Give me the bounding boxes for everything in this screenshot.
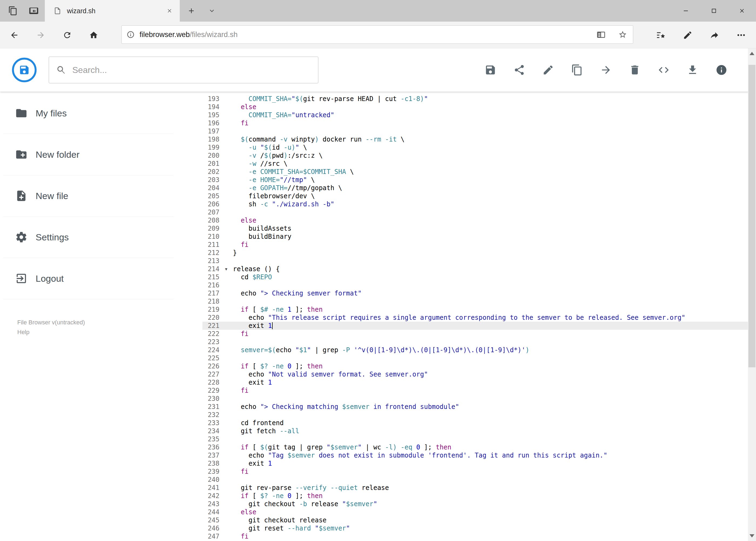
code-line-237[interactable]: 237 echo "Tag $semver does not exist in …	[202, 451, 748, 459]
code-line-198[interactable]: 198 $(command -v winpty) docker run --rm…	[202, 135, 748, 144]
share-file-button[interactable]	[513, 64, 525, 76]
address-bar[interactable]: filebrowser.web/files/wizard.sh	[122, 25, 633, 44]
set-tabs-aside-button[interactable]	[5, 0, 21, 22]
code-line-210[interactable]: 210 buildBinary	[202, 233, 748, 241]
sidebar-item-new-folder[interactable]: New folder	[3, 134, 173, 175]
code-line-229[interactable]: 229 fi	[202, 386, 748, 395]
code-line-242[interactable]: 242 if [ $? -ne 0 ]; then	[202, 492, 748, 500]
code-line-194[interactable]: 194 else	[202, 103, 748, 111]
scroll-down-arrow[interactable]	[750, 534, 754, 537]
new-tab-button[interactable]	[182, 0, 200, 22]
home-button[interactable]	[89, 31, 98, 40]
close-tab-icon[interactable]	[166, 8, 173, 14]
scroll-up-arrow[interactable]	[750, 52, 754, 55]
code-line-226[interactable]: 226 if [ $? -ne 0 ]; then	[202, 362, 748, 370]
search-input[interactable]	[72, 65, 318, 75]
sidebar-item-settings[interactable]: Settings	[3, 217, 173, 258]
help-link[interactable]: Help	[17, 328, 85, 336]
delete-button[interactable]	[629, 64, 641, 76]
code-line-213[interactable]: 213	[202, 257, 748, 265]
code-line-236[interactable]: 236 if [ $(git tag | grep "$semver" | wc…	[202, 443, 748, 451]
save-button[interactable]	[484, 64, 496, 76]
sidebar-item-new-file[interactable]: New file	[3, 175, 173, 217]
code-line-235[interactable]: 235	[202, 435, 748, 443]
sidebar-item-my-files[interactable]: My files	[3, 93, 173, 134]
code-line-219[interactable]: 219 if [ $# -ne 1 ]; then	[202, 305, 748, 313]
code-line-199[interactable]: 199 -u "$(id -u)" \	[202, 144, 748, 152]
fold-spacer	[219, 427, 233, 435]
code-line-212[interactable]: 212}	[202, 249, 748, 257]
code-line-204[interactable]: 204 -e GOPATH=//tmp/gopath \	[202, 184, 748, 192]
code-line-206[interactable]: 206 sh -c "./wizard.sh -b"	[202, 200, 748, 208]
code-line-238[interactable]: 238 exit 1	[202, 459, 748, 467]
code-line-207[interactable]: 207	[202, 208, 748, 216]
scrollbar-thumb[interactable]	[748, 65, 755, 367]
code-line-220[interactable]: 220 echo "This release script requires a…	[202, 313, 748, 322]
page-info-icon[interactable]	[126, 31, 135, 39]
code-line-211[interactable]: 211 fi	[202, 241, 748, 249]
forward-button[interactable]	[36, 31, 45, 40]
copy-button[interactable]	[571, 64, 583, 76]
back-button[interactable]	[10, 31, 19, 40]
url-text: filebrowser.web/files/wizard.sh	[139, 31, 237, 39]
code-line-215[interactable]: 215 cd $REPO	[202, 273, 748, 281]
code-line-230[interactable]: 230	[202, 395, 748, 403]
code-line-245[interactable]: 245 git checkout release	[202, 516, 748, 524]
maximize-button[interactable]	[700, 0, 728, 22]
code-line-241[interactable]: 241 git rev-parse --verify --quiet relea…	[202, 484, 748, 492]
rename-button[interactable]	[542, 64, 554, 76]
code-line-240[interactable]: 240	[202, 476, 748, 484]
code-line-218[interactable]: 218	[202, 297, 748, 305]
code-line-247[interactable]: 247 fi	[202, 532, 748, 540]
code-line-239[interactable]: 239 fi	[202, 467, 748, 476]
code-line-225[interactable]: 225	[202, 354, 748, 362]
code-line-216[interactable]: 216	[202, 281, 748, 289]
close-window-button[interactable]	[728, 0, 756, 22]
code-line-217[interactable]: 217 echo "> Checking semver format"	[202, 289, 748, 297]
fold-widget-icon[interactable]: ▾	[219, 265, 233, 273]
move-button[interactable]	[600, 64, 612, 76]
code-line-224[interactable]: 224 semver=$(echo "$1" | grep -P '^v(0|[…	[202, 346, 748, 354]
reading-view-icon[interactable]	[597, 30, 606, 39]
scrollbar[interactable]	[748, 48, 756, 541]
annotate-pen-icon[interactable]	[683, 30, 692, 40]
code-line-244[interactable]: 244 else	[202, 508, 748, 516]
code-editor[interactable]: 193 COMMIT_SHA="$(git rev-parse HEAD | c…	[202, 92, 748, 541]
code-line-201[interactable]: 201 -w //src \	[202, 160, 748, 168]
code-line-222[interactable]: 222 fi	[202, 330, 748, 338]
code-line-193[interactable]: 193 COMMIT_SHA="$(git rev-parse HEAD | c…	[202, 95, 748, 103]
download-button[interactable]	[687, 64, 698, 76]
sidebar-item-logout[interactable]: Logout	[3, 258, 173, 299]
code-line-233[interactable]: 233 cd frontend	[202, 419, 748, 427]
code-view-button[interactable]	[658, 64, 670, 76]
code-line-243[interactable]: 243 git checkout -b release "$semver"	[202, 500, 748, 508]
code-line-209[interactable]: 209 buildAssets	[202, 225, 748, 233]
code-line-200[interactable]: 200 -v /$(pwd):/src:z \	[202, 152, 748, 160]
more-options-icon[interactable]	[736, 30, 746, 40]
code-line-246[interactable]: 246 git reset --hard "$semver"	[202, 524, 748, 532]
tabs-preview-button[interactable]	[26, 0, 42, 22]
code-line-203[interactable]: 203 -e HOME="//tmp" \	[202, 176, 748, 184]
code-line-195[interactable]: 195 COMMIT_SHA="untracked"	[202, 111, 748, 119]
share-icon[interactable]	[710, 30, 719, 40]
code-line-205[interactable]: 205 filebrowser/dev \	[202, 192, 748, 200]
code-line-223[interactable]: 223	[202, 338, 748, 346]
code-line-227[interactable]: 227 echo "Not valid semver format. See s…	[202, 370, 748, 378]
browser-tab-wizard-sh[interactable]: wizard.sh	[45, 0, 180, 22]
code-line-214[interactable]: 214▾release () {	[202, 265, 748, 273]
code-line-221[interactable]: 221 exit 1	[202, 322, 748, 330]
favorites-hub-icon[interactable]	[656, 30, 666, 40]
code-line-234[interactable]: 234 git fetch --all	[202, 427, 748, 435]
code-line-202[interactable]: 202 -e COMMIT_SHA=$COMMIT_SHA \	[202, 168, 748, 176]
code-line-232[interactable]: 232	[202, 411, 748, 419]
favorite-star-icon[interactable]	[619, 30, 627, 39]
code-line-231[interactable]: 231 echo "> Checking matching $semver in…	[202, 403, 748, 411]
tab-preview-toggle[interactable]	[203, 0, 221, 22]
code-line-197[interactable]: 197	[202, 127, 748, 135]
code-line-196[interactable]: 196 fi	[202, 119, 748, 127]
info-button[interactable]	[715, 64, 727, 76]
code-line-208[interactable]: 208 else	[202, 216, 748, 225]
code-line-228[interactable]: 228 exit 1	[202, 378, 748, 386]
refresh-button[interactable]	[63, 31, 72, 40]
minimize-button[interactable]	[672, 0, 700, 22]
